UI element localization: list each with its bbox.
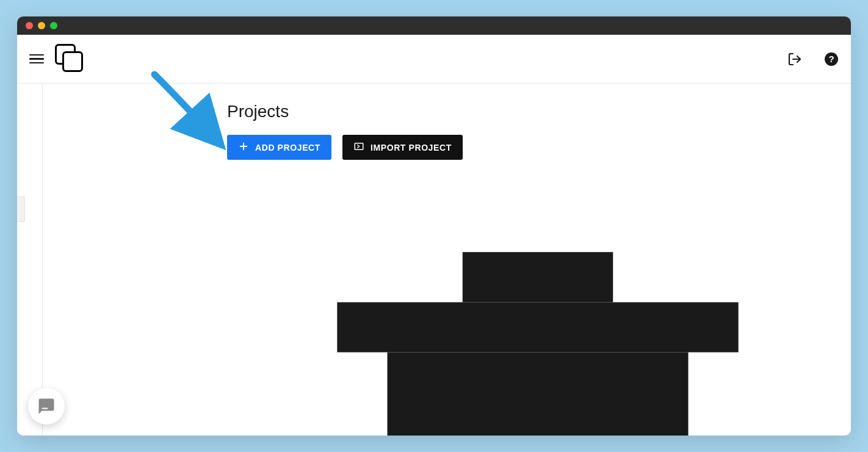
window-minimize-button[interactable] [38, 22, 45, 29]
menu-icon[interactable] [29, 52, 44, 66]
app-logo[interactable] [55, 44, 85, 74]
content-area: Projects ADD PROJECT [17, 84, 851, 436]
page-title: Projects [227, 102, 839, 121]
main-panel: Projects ADD PROJECT [43, 84, 851, 436]
help-icon[interactable]: ? [824, 52, 839, 66]
window-titlebar [17, 16, 851, 35]
import-project-label: IMPORT PROJECT [371, 143, 452, 152]
topbar: ? [17, 35, 851, 84]
svg-rect-7 [42, 408, 48, 409]
action-buttons: ADD PROJECT IMPORT PROJECT [227, 135, 839, 160]
logout-icon[interactable] [787, 52, 802, 66]
svg-text:?: ? [828, 54, 834, 64]
add-project-button[interactable]: ADD PROJECT [227, 135, 331, 160]
chat-icon [37, 397, 56, 415]
plus-icon [238, 141, 249, 154]
import-icon [353, 141, 364, 154]
window-maximize-button[interactable] [50, 22, 57, 29]
app-window: ? Projects ADD PROJECT [17, 16, 851, 436]
delete-row [227, 177, 839, 436]
add-project-label: ADD PROJECT [255, 143, 320, 152]
sidebar-collapsed [17, 84, 43, 436]
sidebar-expand-handle[interactable] [17, 196, 25, 222]
chat-fab[interactable] [28, 388, 65, 425]
import-project-button[interactable]: IMPORT PROJECT [342, 135, 463, 160]
window-close-button[interactable] [26, 22, 33, 29]
